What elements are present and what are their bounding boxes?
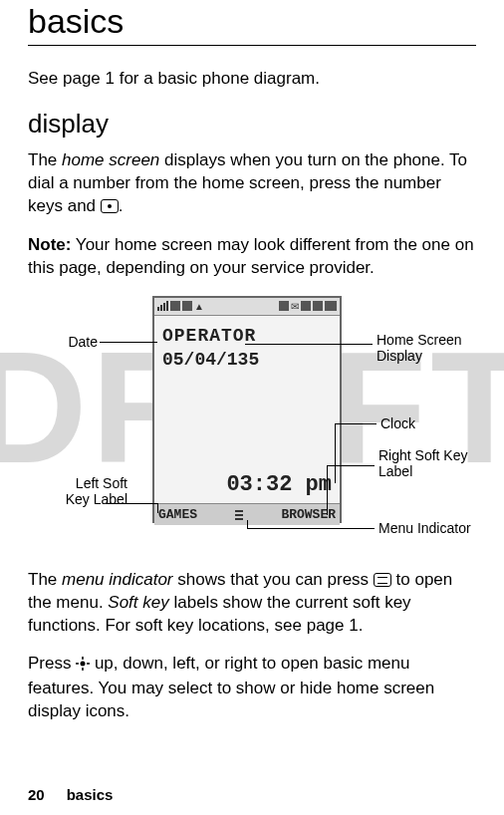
section-heading-display: display (28, 109, 476, 139)
footer-section: basics (67, 786, 114, 803)
note-text: Your home screen may look different from… (28, 235, 474, 277)
operator-label: OPERATOR (162, 326, 256, 346)
title-rule (28, 45, 476, 46)
home-screen-diagram: ▲ ✉ OPERATOR 05/04/135 03:32 pm (28, 296, 476, 555)
text-line: Home Screen (377, 332, 462, 348)
italic-menu-indicator: menu indicator (62, 570, 173, 589)
status-icon (279, 301, 289, 311)
leader-line (335, 423, 377, 424)
text-fragment: up, down, left, or right to open basic m… (28, 654, 434, 720)
leader-line (327, 465, 375, 466)
text-line: Display (377, 348, 422, 364)
mail-icon: ✉ (291, 301, 299, 312)
display-paragraph-1: The home screen displays when you turn o… (28, 149, 476, 218)
status-bar: ▲ ✉ (154, 298, 340, 316)
callout-clock: Clock (380, 415, 460, 432)
callout-menu-indicator: Menu Indicator (378, 520, 488, 537)
text-fragment: . (119, 196, 124, 215)
status-triangle-icon: ▲ (194, 301, 204, 312)
italic-soft-key: Soft key (108, 593, 168, 612)
callout-date: Date (28, 334, 98, 351)
page-footer: 20basics (28, 786, 113, 803)
page-number: 20 (28, 786, 45, 803)
leader-line (247, 528, 375, 529)
status-icon (182, 301, 192, 311)
menu-indicator-icon (233, 508, 245, 520)
send-key-icon (101, 199, 119, 213)
leader-line (100, 342, 157, 343)
leader-line (327, 465, 328, 513)
text-line: Label (378, 463, 412, 479)
status-left-group: ▲ (157, 301, 204, 312)
text-line: Right Soft Key (378, 447, 468, 463)
leader-line (335, 423, 336, 483)
text-fragment: The (28, 570, 62, 589)
clock-value: 03:32 pm (226, 472, 332, 497)
date-value: 05/04/135 (162, 350, 259, 370)
italic-home-screen: home screen (62, 150, 159, 169)
phone-screen: ▲ ✉ OPERATOR 05/04/135 03:32 pm (152, 296, 342, 523)
note-paragraph: Note: Your home screen may look differen… (28, 234, 476, 280)
battery-icon (325, 301, 337, 311)
status-icon (170, 301, 180, 311)
display-paragraph-3: Press up, down, left, or right to open b… (28, 653, 476, 723)
text-fragment: Press (28, 654, 76, 673)
status-icon (313, 301, 323, 311)
status-right-group: ✉ (279, 301, 337, 312)
text-line: Key Label (66, 491, 127, 507)
nav-key-icon (76, 655, 90, 678)
signal-icon (157, 301, 168, 311)
status-icon (301, 301, 311, 311)
leader-line (157, 503, 158, 513)
text-fragment: shows that you can press (173, 570, 374, 589)
note-label: Note: (28, 235, 71, 254)
text-line: Left Soft (76, 475, 127, 491)
menu-key-icon (374, 573, 391, 587)
page-title: basics (28, 0, 476, 41)
leader-line (247, 520, 248, 528)
display-paragraph-2: The menu indicator shows that you can pr… (28, 569, 476, 638)
intro-paragraph: See page 1 for a basic phone diagram. (28, 68, 476, 91)
callout-home-screen-display: Home Screen Display (377, 332, 476, 366)
callout-right-softkey: Right Soft Key Label (378, 447, 478, 481)
leader-line (106, 503, 157, 504)
svg-point-0 (81, 662, 86, 667)
left-softkey: GAMES (158, 507, 197, 522)
leader-line (245, 344, 373, 345)
text-fragment: The (28, 150, 62, 169)
